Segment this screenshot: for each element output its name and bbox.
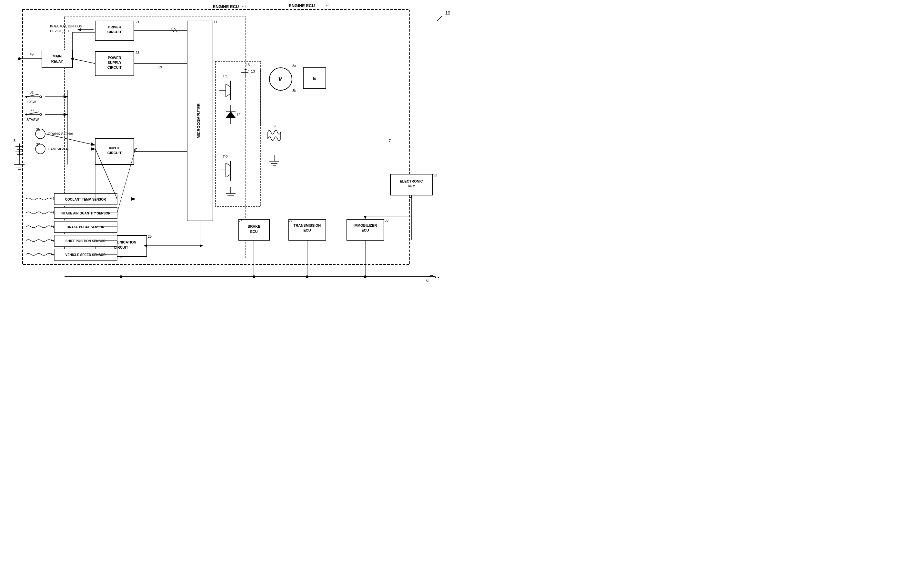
circuit-diagram: 10 ENGINE ECU ~1 ENGINE ECU ~1 DRIVER CI…: [0, 0, 462, 292]
motor-ref-a: 3a: [292, 64, 297, 68]
svg-line-14: [226, 174, 231, 177]
speed-sensor-label: VEHICLE SPEED SENSOR: [65, 253, 106, 257]
switch15-ref: 15: [246, 63, 250, 67]
svg-line-32: [26, 94, 39, 97]
brake-pedal-wire: [26, 226, 54, 228]
immobilizer-ecu-label1: IMMOBILIZER: [353, 224, 377, 227]
immobilizer-ecu-ref: 53: [384, 218, 388, 222]
coolant-sensor-label: COOLANT TEMP. SENSOR: [65, 198, 106, 201]
trans-ecu-bus-dot: [306, 275, 309, 278]
speed-wire: [26, 254, 54, 255]
transistor-box: [216, 61, 261, 206]
coolant-wire: [26, 198, 54, 200]
motor-label: M: [279, 76, 283, 82]
power-supply-label2: SUPPLY: [107, 61, 122, 64]
comm-arrow2: [200, 244, 203, 247]
brake-ecu-ref: 57: [238, 218, 242, 222]
battery-ref: 5: [13, 138, 15, 143]
key-arrow: [410, 195, 412, 198]
relay-to-power: [73, 59, 95, 64]
input-circuit-label1: INPUT: [109, 146, 120, 150]
tr2-label: Tr2: [223, 155, 228, 159]
coil-ref: 9: [274, 124, 276, 128]
immob-arrow: [364, 216, 366, 219]
engine-ecu-num: ~1: [326, 4, 330, 8]
ref19: 19: [158, 65, 162, 69]
crank-ref: 35: [36, 127, 40, 131]
input-circuit-label2: CIRCUIT: [107, 151, 122, 155]
coil-top: [268, 130, 280, 134]
driver-circuit-label: DRIVER: [108, 25, 121, 29]
diode-symbol: [226, 111, 236, 118]
svg-line-36: [174, 28, 177, 32]
immobilizer-ecu-label2: ECU: [361, 228, 369, 232]
bus-ref: 51: [426, 279, 430, 283]
transmission-ecu-label2: ECU: [303, 228, 311, 232]
igsw-ref: 31: [30, 90, 33, 94]
microcomputer-ref: 11: [214, 20, 218, 24]
stasw-dot2: [40, 114, 41, 115]
brake-ecu-label2: ECU: [250, 230, 257, 234]
igsw-label: IGSW: [26, 100, 36, 104]
cam-ref: 37: [36, 143, 40, 147]
power-supply-label1: POWER: [108, 56, 121, 60]
driver-ref: 21: [135, 20, 139, 24]
comm-bus-dot: [120, 275, 122, 278]
ref-10: 10: [445, 10, 450, 15]
ref49: 49: [30, 52, 33, 56]
intake-sensor-label: INTAKE AIR QUANTITY SENSOR: [61, 211, 111, 215]
electronic-key-label2: KEY: [408, 184, 415, 188]
engine-ecu-label: ENGINE ECU: [213, 4, 239, 9]
injector-arrow: [78, 28, 81, 31]
motor-ref: 3: [269, 74, 271, 78]
engine-label: E: [313, 76, 316, 81]
stasw-ref: 33: [30, 108, 33, 112]
immob-ecu-bus-dot: [364, 275, 366, 278]
svg-line-34: [26, 112, 39, 114]
brake-ecu-label1: BRAKE: [248, 224, 260, 228]
driver-circuit-label2: CIRCUIT: [107, 30, 122, 34]
relay-dot: [71, 58, 74, 60]
brake-pedal-sensor-label: BRAKE PEDAL SENSOR: [66, 226, 104, 229]
batt-junction: [18, 58, 21, 60]
svg-line-13: [226, 163, 231, 166]
tr1-label: Tr1: [223, 74, 228, 78]
diode-ref: 17: [236, 112, 240, 116]
shift-sensor-label: SHIFT POSITION SENSOR: [66, 239, 106, 243]
intake-wire: [26, 212, 54, 214]
microcomputer-label: MICROCOMPUTER: [196, 103, 201, 138]
main-relay-box: [42, 50, 73, 68]
main-relay-label1: MAIN: [53, 54, 62, 58]
power-supply-label3: CIRCUIT: [107, 66, 122, 69]
electronic-key-label1: ELECTRONIC: [400, 179, 423, 183]
motor-ref-b: 3b: [292, 89, 296, 92]
coil-bottom: [268, 137, 280, 141]
igsw-dot2: [40, 96, 41, 98]
svg-line-0: [437, 16, 442, 21]
brake-ecu-bus-dot: [252, 275, 255, 278]
switch13-ref: 13: [251, 69, 255, 73]
transmission-ecu-ref: 55: [289, 218, 292, 222]
power-supply-ref: 23: [135, 51, 139, 54]
main-relay-label2: RELAY: [51, 59, 63, 63]
injector-label2: DEVICE, ETC.: [50, 30, 71, 33]
injector-label1: INJECTOR, IGNITION: [50, 25, 82, 28]
shift-wire: [26, 240, 54, 242]
engine-ecu-ref: ~1: [242, 5, 246, 9]
ref7: 7: [389, 138, 391, 143]
svg-line-5: [226, 84, 231, 87]
svg-line-6: [226, 94, 231, 97]
engine-ecu-title: ENGINE ECU: [289, 3, 315, 8]
comm-ref: 25: [148, 234, 152, 238]
transmission-ecu-label1: TRANSMISSION: [294, 224, 321, 227]
svg-line-37: [171, 28, 174, 32]
electronic-key-ref: 52: [433, 173, 437, 177]
stasw-label: STASW: [26, 118, 39, 122]
